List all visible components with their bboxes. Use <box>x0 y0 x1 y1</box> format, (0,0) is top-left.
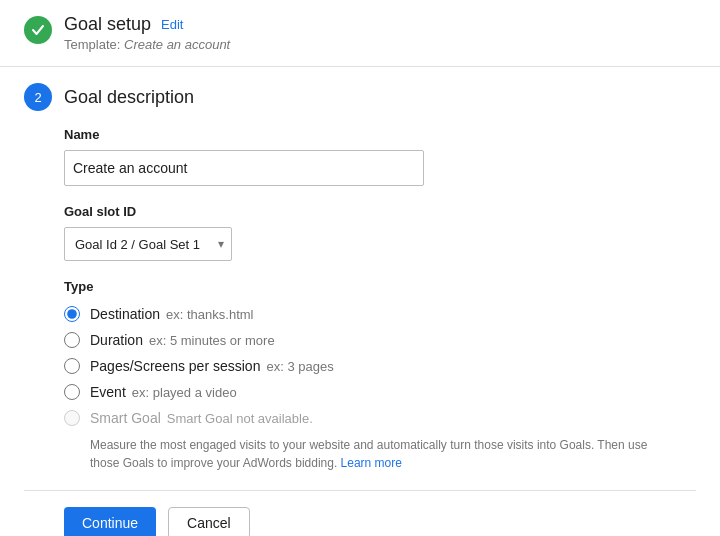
type-destination-label[interactable]: Destination <box>90 306 160 322</box>
type-pages-radio[interactable] <box>64 358 80 374</box>
type-pages-label[interactable]: Pages/Screens per session <box>90 358 260 374</box>
type-pages-option: Pages/Screens per session ex: 3 pages <box>64 358 696 374</box>
smart-goal-unavailable: Smart Goal not available. <box>167 411 313 426</box>
type-destination-hint: ex: thanks.html <box>166 307 253 322</box>
type-smart-goal-label: Smart Goal <box>90 410 161 426</box>
type-event-option: Event ex: played a video <box>64 384 696 400</box>
step1-edit-link[interactable]: Edit <box>161 17 183 32</box>
name-input[interactable] <box>64 150 424 186</box>
name-label: Name <box>64 127 696 142</box>
type-duration-hint: ex: 5 minutes or more <box>149 333 275 348</box>
type-destination-option: Destination ex: thanks.html <box>64 306 696 322</box>
button-row: Continue Cancel <box>0 507 720 536</box>
type-event-hint: ex: played a video <box>132 385 237 400</box>
smart-goal-learn-more[interactable]: Learn more <box>341 456 402 470</box>
step2-header: 2 Goal description <box>0 67 720 111</box>
type-destination-radio[interactable] <box>64 306 80 322</box>
type-duration-label[interactable]: Duration <box>90 332 143 348</box>
form-divider <box>24 490 696 491</box>
type-event-radio[interactable] <box>64 384 80 400</box>
step1-complete-icon <box>24 16 52 44</box>
step2-number: 2 <box>24 83 52 111</box>
step2-title: Goal description <box>64 87 194 108</box>
goal-slot-label: Goal slot ID <box>64 204 696 219</box>
type-smart-goal-radio <box>64 410 80 426</box>
cancel-button[interactable]: Cancel <box>168 507 250 536</box>
type-label: Type <box>64 279 696 294</box>
continue-button[interactable]: Continue <box>64 507 156 536</box>
name-field-group: Name <box>64 127 696 186</box>
type-duration-option: Duration ex: 5 minutes or more <box>64 332 696 348</box>
step1-content: Goal setup Edit Template: Create an acco… <box>64 14 230 52</box>
goal-slot-dropdown[interactable]: Goal Id 2 / Goal Set 1 <box>64 227 232 261</box>
type-pages-hint: ex: 3 pages <box>266 359 333 374</box>
type-section: Type Destination ex: thanks.html Duratio… <box>64 279 696 472</box>
goal-slot-group: Goal slot ID Goal Id 2 / Goal Set 1 ▾ <box>64 204 696 261</box>
template-prefix: Template: <box>64 37 120 52</box>
template-value: Create an account <box>124 37 230 52</box>
type-smart-goal-option: Smart Goal Smart Goal not available. <box>64 410 696 426</box>
smart-goal-info: Measure the most engaged visits to your … <box>90 436 670 472</box>
step1-title-row: Goal setup Edit <box>64 14 230 35</box>
step1-template: Template: Create an account <box>64 37 230 52</box>
name-field-section: Name Goal slot ID Goal Id 2 / Goal Set 1… <box>0 111 720 472</box>
goal-slot-dropdown-wrapper: Goal Id 2 / Goal Set 1 ▾ <box>64 227 232 261</box>
type-event-label[interactable]: Event <box>90 384 126 400</box>
step1-title: Goal setup <box>64 14 151 35</box>
step1-section: Goal setup Edit Template: Create an acco… <box>0 0 720 67</box>
type-duration-radio[interactable] <box>64 332 80 348</box>
